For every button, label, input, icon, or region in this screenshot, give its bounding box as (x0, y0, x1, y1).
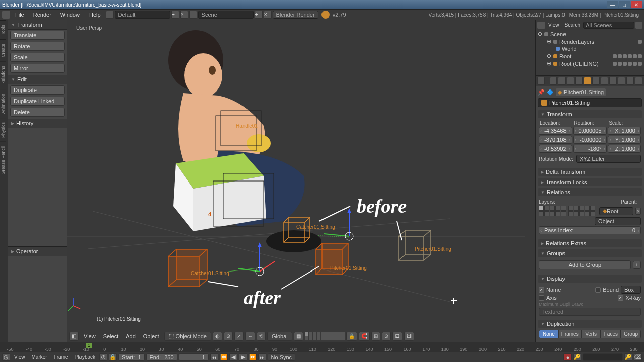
panel-relations-header[interactable]: Relations (538, 188, 642, 196)
display-bound-checkbox[interactable]: Bound (595, 287, 619, 293)
lock-camera-button[interactable]: 🔒 (346, 332, 357, 341)
parent-type-dropdown[interactable]: Object (595, 217, 641, 225)
section-transform[interactable]: Transform (8, 20, 67, 30)
window-minimize-button[interactable]: — (607, 1, 618, 8)
dup-none[interactable]: None (539, 330, 559, 338)
jump-start-button[interactable]: ⏮ (210, 353, 218, 361)
section-history[interactable]: History (8, 119, 67, 128)
dup-verts[interactable]: Verts (581, 330, 601, 338)
scale-z-field[interactable]: Z: 1.000 (608, 145, 641, 153)
outliner-view-menu[interactable]: View (546, 22, 561, 28)
auto-keyframe-button[interactable]: ● (564, 353, 572, 361)
props-tab-world[interactable] (575, 77, 583, 85)
tab-physics[interactable]: Physics (0, 118, 6, 142)
screen-remove-button[interactable]: × (180, 11, 188, 19)
props-tab-scene[interactable] (567, 77, 574, 85)
props-tab-renderlayers[interactable] (558, 77, 566, 85)
insert-keyframe-button[interactable]: 🔑 (624, 353, 632, 361)
tl-view-menu[interactable]: View (12, 354, 28, 360)
tab-tools[interactable]: Tools (0, 20, 6, 39)
outliner-world-row[interactable]: World (536, 45, 644, 52)
duplicate-button[interactable]: Duplicate (10, 85, 65, 95)
panel-transform-header[interactable]: Transform (538, 110, 642, 118)
screen-add-button[interactable]: + (171, 11, 179, 19)
tl-playback-menu[interactable]: Playback (72, 354, 98, 360)
timeline-ruler[interactable]: -50-40-30-20-100102030405060708090100110… (0, 342, 644, 352)
keyframe-prev-button[interactable]: ⏪ (220, 353, 228, 361)
snap-toggle[interactable]: 🧲 (359, 332, 370, 341)
play-button[interactable]: ▶ (239, 353, 247, 361)
outliner-search-menu[interactable]: Search (562, 22, 583, 28)
outliner-tree[interactable]: ⊖ Scene ⊕ RenderLayers World ⊕ Root ⊕ Ro… (536, 30, 644, 75)
mode-dropdown[interactable]: ⬚ Object Mode (164, 332, 211, 341)
dup-frames[interactable]: Frames (559, 330, 581, 338)
layer-buttons[interactable] (305, 332, 345, 340)
outliner-root-row[interactable]: ⊕ Root (536, 52, 644, 60)
outliner-scene-row[interactable]: ⊖ Scene (536, 30, 644, 38)
window-maximize-button[interactable]: □ (619, 1, 630, 8)
pass-index-field[interactable]: Pass Index:0 (539, 226, 641, 234)
scene-field[interactable]: Scene (198, 11, 254, 19)
scale-button[interactable]: Scale (10, 53, 65, 62)
menu-file[interactable]: File (11, 11, 28, 19)
tab-grease-pencil[interactable]: Grease Pencil (0, 142, 6, 179)
dup-group[interactable]: Group (621, 330, 641, 338)
delete-keyframe-button[interactable]: ⌫ (634, 353, 642, 361)
props-editor-icon[interactable] (537, 77, 545, 85)
end-frame-field[interactable]: End:250 (146, 353, 177, 361)
screen-layout-icon[interactable] (106, 11, 114, 19)
translate-button[interactable]: Translate (10, 31, 65, 40)
display-xray-checkbox[interactable]: ✓X-Ray (618, 295, 641, 301)
duplicate-linked-button[interactable]: Duplicate Linked (10, 97, 65, 106)
menu-help[interactable]: Help (85, 11, 105, 19)
pin-icon[interactable]: 📌 (538, 89, 545, 96)
tab-relations[interactable]: Relations (0, 61, 6, 89)
snap-type[interactable]: ⊞ (371, 332, 380, 341)
3d-viewport[interactable]: 4 (67, 20, 535, 342)
menu-window[interactable]: Window (56, 11, 84, 19)
viewport-editor-icon[interactable]: ◧ (69, 332, 79, 341)
current-frame-field[interactable]: 1 (179, 353, 209, 361)
panel-display-header[interactable]: Display (538, 275, 642, 283)
tl-marker-menu[interactable]: Marker (29, 354, 50, 360)
props-tab-constraints[interactable] (592, 77, 600, 85)
rot-z-field[interactable]: -180° (573, 145, 607, 153)
section-edit[interactable]: Edit (8, 75, 67, 84)
viewport-shading-button[interactable]: ◐ (213, 332, 222, 341)
menu-render[interactable]: Render (29, 11, 55, 19)
add-to-group-button[interactable]: Add to Group (539, 260, 631, 269)
mirror-button[interactable]: Mirror (10, 64, 65, 73)
scene-remove-button[interactable]: × (264, 11, 272, 19)
add-group-plus-button[interactable]: + (633, 261, 641, 269)
object-name-field[interactable]: Pitcher01.Sitting (538, 98, 642, 107)
props-tab-data[interactable] (609, 77, 617, 85)
parent-clear-button[interactable]: × (635, 208, 641, 215)
rot-y-field[interactable]: -0.00000 (573, 136, 607, 144)
props-tab-physics[interactable] (635, 77, 642, 85)
display-name-checkbox[interactable]: ✓Name (539, 287, 561, 293)
tl-lock-toggle[interactable]: 🔒 (109, 353, 117, 361)
display-axis-checkbox[interactable]: Axis (539, 295, 557, 301)
outliner-filter-dropdown[interactable]: All Scenes (583, 22, 634, 29)
tl-frame-menu[interactable]: Frame (51, 354, 71, 360)
tab-animation[interactable]: Animation (0, 89, 6, 118)
props-tab-material[interactable] (618, 77, 625, 85)
rotation-mode-dropdown[interactable]: XYZ Euler (576, 155, 641, 163)
scene-add-button[interactable]: + (255, 11, 263, 19)
snap-target[interactable]: ⊙ (382, 332, 391, 341)
props-tab-render[interactable] (550, 77, 557, 85)
orientation-dropdown[interactable]: Global (267, 332, 292, 341)
scale-y-field[interactable]: Y: 1.000 (608, 136, 641, 144)
outliner-renderlayers-row[interactable]: ⊕ RenderLayers (536, 38, 644, 45)
object-menu[interactable]: Object (140, 332, 163, 340)
bound-type-dropdown[interactable]: Box (621, 286, 641, 294)
panel-groups-header[interactable]: Groups (538, 249, 642, 257)
rotate-button[interactable]: Rotate (10, 42, 65, 51)
props-tab-texture[interactable] (626, 77, 634, 85)
loc-x-field[interactable]: -4.35468 (539, 127, 572, 135)
select-menu[interactable]: Select (100, 332, 122, 340)
scale-x-field[interactable]: X: 1.000 (608, 127, 641, 135)
manipulator-rotate[interactable]: ⟲ (257, 332, 266, 341)
props-tab-modifiers[interactable] (601, 77, 608, 85)
add-menu[interactable]: Add (123, 332, 139, 340)
